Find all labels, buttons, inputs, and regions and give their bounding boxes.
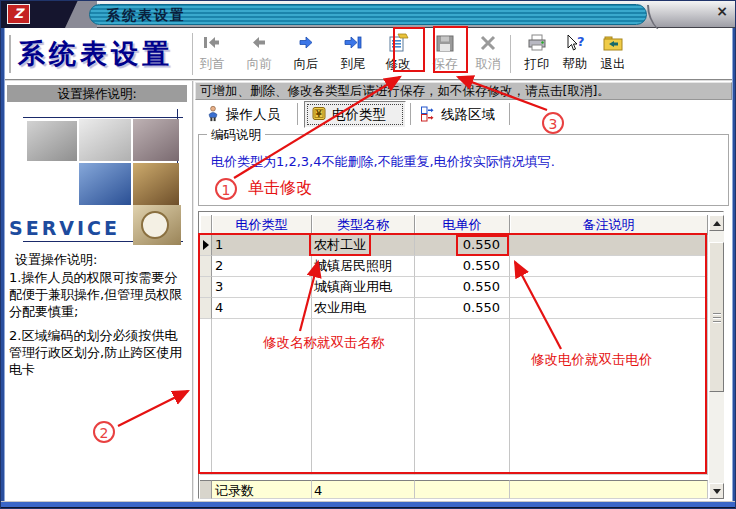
tab-line-areas[interactable]: 线路区域 — [414, 102, 501, 128]
photo-tile-watch — [133, 205, 181, 245]
header-tick — [9, 35, 11, 73]
person-icon — [205, 105, 221, 125]
cell-unit-price[interactable]: 0.550 — [415, 256, 510, 277]
cell-type-name[interactable]: 城镇商业用电 — [312, 277, 415, 298]
cancel-icon — [465, 32, 511, 56]
tab-separator — [509, 103, 510, 125]
toolbar-button-next[interactable]: 向后 — [283, 30, 329, 78]
svg-text:?: ? — [577, 34, 585, 49]
row-selector — [200, 256, 212, 277]
photo-tile-keyboard — [79, 163, 131, 205]
cell-unit-price[interactable]: 0.550 — [415, 298, 510, 319]
col-header-price-type[interactable]: 电价类型 — [212, 215, 312, 235]
service-label: SERVICE — [9, 217, 120, 239]
cell-price-type[interactable]: 4 — [212, 298, 312, 319]
cell-type-name[interactable]: 农业用电 — [312, 298, 415, 319]
sidebar-content-divider — [192, 81, 195, 501]
message-bar: 可增加、删除、修改各类型后请进行保存，如不保存修改，请点击[取消]。 — [195, 82, 732, 100]
titlebar: Z 系统表设置 × — [1, 1, 736, 28]
cell-remark[interactable] — [510, 298, 708, 319]
cell-remark[interactable] — [510, 235, 708, 256]
watch-face — [141, 211, 169, 239]
window-left-border — [1, 28, 5, 503]
col-header-remark[interactable]: 备注说明 — [510, 215, 708, 235]
table-scrollbar[interactable] — [709, 215, 724, 499]
sidebar-header: 设置操作说明: — [7, 85, 187, 102]
cell-unit-price[interactable]: 0.550 — [415, 235, 510, 256]
annotation-circle-2: 2 — [93, 421, 115, 443]
table-row[interactable]: 1 农村工业 0.550 — [200, 235, 708, 256]
toolbar-button-label: 修改 — [375, 56, 421, 73]
tab-label: 线路区域 — [441, 106, 495, 124]
cell-remark[interactable] — [510, 277, 708, 298]
toolbar-button-modify[interactable]: 修改 — [375, 30, 421, 78]
cell-remark[interactable] — [510, 256, 708, 277]
cell-type-name[interactable]: 农村工业 — [312, 235, 415, 256]
titlebar-pill: 系统表设置 — [89, 4, 647, 25]
svg-text:¥: ¥ — [316, 109, 322, 118]
toolbar-button-exit[interactable]: 退出 — [590, 30, 636, 78]
table-row[interactable]: 2 城镇居民照明 0.550 — [200, 256, 708, 277]
thumb-grip — [713, 313, 721, 314]
cell-unit-price[interactable]: 0.550 — [415, 277, 510, 298]
toolbar-button-label: 到首 — [189, 56, 235, 73]
cell-price-type[interactable]: 3 — [212, 277, 312, 298]
scrollbar-thumb[interactable] — [709, 242, 724, 392]
tab-label: 电价类型 — [332, 106, 386, 124]
col-header-unit-price[interactable]: 电单价 — [415, 215, 510, 235]
system-table-settings-window: Z 系统表设置 × 系统表设置 到首 向前 向后 到尾 — [0, 0, 736, 509]
photo-tile-tools — [27, 121, 77, 161]
cell-price-type[interactable]: 1 — [212, 235, 312, 256]
window-right-border — [732, 28, 736, 503]
row-selector — [200, 277, 212, 298]
table-row[interactable]: 4 农业用电 0.550 — [200, 298, 708, 319]
first-arrow-icon — [189, 32, 235, 56]
cell-price-type[interactable]: 2 — [212, 256, 312, 277]
toolbar-button-first[interactable]: 到首 — [189, 30, 235, 78]
collage-cropline — [23, 117, 183, 118]
prev-arrow-icon — [236, 32, 282, 56]
cell-type-name[interactable]: 城镇居民照明 — [312, 256, 415, 277]
up-arrow-icon — [713, 221, 721, 226]
col-header-type-name[interactable]: 类型名称 — [312, 215, 415, 235]
thumb-grip — [713, 317, 721, 318]
toolbar-button-last[interactable]: 到尾 — [330, 30, 376, 78]
tab-separator — [297, 103, 298, 125]
table-row[interactable]: 3 城镇商业用电 0.550 — [200, 277, 708, 298]
table-header-row: 电价类型 类型名称 电单价 备注说明 — [200, 215, 708, 235]
footer-empty-cell — [415, 480, 510, 499]
current-row-arrow-icon — [203, 240, 209, 250]
titlebar-title: 系统表设置 — [106, 7, 186, 25]
service-collage-image: SERVICE — [7, 105, 189, 247]
footer-empty-cell — [510, 480, 708, 499]
records-count-label: 记录数 — [212, 480, 312, 499]
footer-selector-cell — [200, 480, 212, 499]
toolbar-button-prev[interactable]: 向前 — [236, 30, 282, 78]
edit-icon — [375, 32, 421, 56]
scrollbar-down-button[interactable] — [709, 483, 724, 499]
exit-icon — [590, 32, 636, 56]
toolbar-button-save[interactable]: 保存 — [422, 30, 468, 78]
window-bottom-border — [1, 501, 736, 509]
close-button[interactable]: × — [711, 3, 733, 20]
annotation-circle-1: 1 — [215, 178, 237, 200]
coding-note-text: 电价类型为1,2,3,4不能删除,不能重复,电价按实际情况填写. — [211, 153, 555, 171]
toolbar-button-label: 退出 — [590, 56, 636, 73]
tab-operators[interactable]: 操作人员 — [199, 102, 286, 128]
pages-icon — [420, 105, 436, 125]
toolbar-button-cancel[interactable]: 取消 — [465, 30, 511, 78]
sidebar-instruction-1: 1.操作人员的权限可按需要分配便于兼职操作,但管理员权限分配要慎重; — [9, 269, 185, 320]
scrollbar-up-button[interactable] — [709, 215, 724, 231]
tab-price-types[interactable]: ¥ 电价类型 — [304, 101, 406, 128]
close-icon: × — [716, 3, 728, 19]
toolbar-separator — [510, 35, 512, 73]
toolbar-button-label: 向前 — [236, 56, 282, 73]
coding-note-legend: 编码说明 — [207, 127, 265, 144]
records-count-value: 4 — [312, 480, 415, 499]
toolbar-button-label: 取消 — [465, 56, 511, 73]
sidebar-note-title: 设置操作说明: — [15, 251, 97, 269]
page-title: 系统表设置 — [18, 36, 173, 72]
app-logo-icon: Z — [7, 4, 30, 24]
header-band: 系统表设置 到首 向前 向后 到尾 修改 保存 取消 — [1, 29, 736, 81]
thumb-grip — [713, 321, 721, 322]
